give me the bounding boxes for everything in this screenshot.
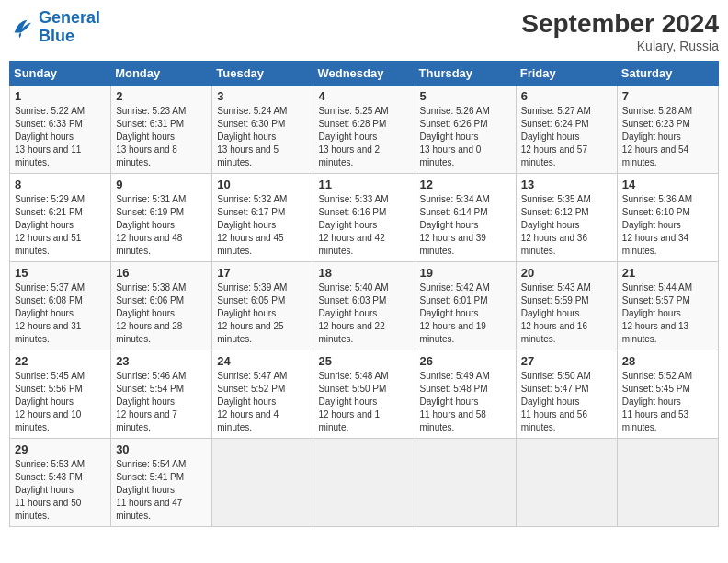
day-number: 9 [116, 178, 207, 191]
day-number: 18 [318, 266, 409, 280]
calendar-cell: 27Sunrise: 5:50 AMSunset: 5:47 PMDayligh… [516, 350, 617, 439]
header-cell-wednesday: Wednesday [313, 62, 415, 86]
cell-content: Sunrise: 5:40 AMSunset: 6:03 PMDaylight … [318, 282, 388, 344]
cell-content: Sunrise: 5:37 AMSunset: 6:08 PMDaylight … [15, 282, 85, 344]
month-title: September 2024 [521, 9, 719, 39]
day-number: 10 [217, 178, 308, 191]
cell-content: Sunrise: 5:38 AMSunset: 6:06 PMDaylight … [116, 282, 186, 344]
cell-content: Sunrise: 5:33 AMSunset: 6:16 PMDaylight … [318, 194, 388, 256]
cell-content: Sunrise: 5:25 AMSunset: 6:28 PMDaylight … [318, 106, 388, 167]
day-number: 26 [420, 354, 511, 368]
day-number: 13 [521, 178, 612, 191]
cell-content: Sunrise: 5:45 AMSunset: 5:56 PMDaylight … [15, 371, 85, 432]
title-block: September 2024 Kulary, Russia [521, 9, 719, 53]
calendar-cell: 19Sunrise: 5:42 AMSunset: 6:01 PMDayligh… [415, 262, 516, 350]
header-cell-thursday: Thursday [415, 62, 516, 86]
calendar-cell: 14Sunrise: 5:36 AMSunset: 6:10 PMDayligh… [617, 174, 718, 262]
location-subtitle: Kulary, Russia [521, 39, 719, 53]
calendar-cell: 16Sunrise: 5:38 AMSunset: 6:06 PMDayligh… [111, 262, 212, 350]
calendar-cell: 28Sunrise: 5:52 AMSunset: 5:45 PMDayligh… [617, 350, 718, 439]
day-number: 20 [521, 266, 612, 280]
logo-text: General Blue [39, 9, 100, 46]
cell-content: Sunrise: 5:27 AMSunset: 6:24 PMDaylight … [521, 106, 591, 167]
page-header: General Blue September 2024 Kulary, Russ… [9, 9, 719, 53]
cell-content: Sunrise: 5:35 AMSunset: 6:12 PMDaylight … [521, 194, 591, 256]
day-number: 5 [420, 89, 511, 103]
header-cell-saturday: Saturday [617, 62, 718, 86]
calendar-cell: 1Sunrise: 5:22 AMSunset: 6:33 PMDaylight… [10, 86, 111, 174]
header-cell-friday: Friday [516, 62, 617, 86]
cell-content: Sunrise: 5:54 AMSunset: 5:41 PMDaylight … [116, 459, 186, 521]
cell-content: Sunrise: 5:49 AMSunset: 5:48 PMDaylight … [420, 371, 490, 432]
cell-content: Sunrise: 5:43 AMSunset: 5:59 PMDaylight … [521, 282, 591, 344]
week-row-4: 22Sunrise: 5:45 AMSunset: 5:56 PMDayligh… [10, 350, 719, 439]
calendar-cell: 11Sunrise: 5:33 AMSunset: 6:16 PMDayligh… [313, 174, 415, 262]
day-number: 19 [420, 266, 511, 280]
calendar-cell: 4Sunrise: 5:25 AMSunset: 6:28 PMDaylight… [313, 86, 415, 174]
day-number: 29 [15, 442, 106, 456]
calendar-cell: 9Sunrise: 5:31 AMSunset: 6:19 PMDaylight… [111, 174, 212, 262]
day-number: 1 [15, 89, 106, 103]
calendar-table: SundayMondayTuesdayWednesdayThursdayFrid… [9, 61, 719, 527]
cell-content: Sunrise: 5:23 AMSunset: 6:31 PMDaylight … [116, 106, 186, 167]
day-number: 6 [521, 89, 612, 103]
week-row-5: 29Sunrise: 5:53 AMSunset: 5:43 PMDayligh… [10, 439, 719, 527]
calendar-cell: 22Sunrise: 5:45 AMSunset: 5:56 PMDayligh… [10, 350, 111, 439]
day-number: 14 [622, 178, 713, 191]
day-number: 8 [15, 178, 106, 191]
header-cell-monday: Monday [111, 62, 212, 86]
day-number: 17 [217, 266, 308, 280]
calendar-cell: 15Sunrise: 5:37 AMSunset: 6:08 PMDayligh… [10, 262, 111, 350]
calendar-cell: 21Sunrise: 5:44 AMSunset: 5:57 PMDayligh… [617, 262, 718, 350]
day-number: 3 [217, 89, 308, 103]
cell-content: Sunrise: 5:44 AMSunset: 5:57 PMDaylight … [622, 282, 692, 344]
cell-content: Sunrise: 5:47 AMSunset: 5:52 PMDaylight … [217, 371, 287, 432]
cell-content: Sunrise: 5:36 AMSunset: 6:10 PMDaylight … [622, 194, 692, 256]
day-number: 4 [318, 89, 409, 103]
day-number: 27 [521, 354, 612, 368]
day-number: 24 [217, 354, 308, 368]
cell-content: Sunrise: 5:34 AMSunset: 6:14 PMDaylight … [420, 194, 490, 256]
cell-content: Sunrise: 5:46 AMSunset: 5:54 PMDaylight … [116, 371, 186, 432]
day-number: 12 [420, 178, 511, 191]
calendar-cell: 17Sunrise: 5:39 AMSunset: 6:05 PMDayligh… [212, 262, 313, 350]
calendar-cell [212, 439, 313, 527]
calendar-cell: 10Sunrise: 5:32 AMSunset: 6:17 PMDayligh… [212, 174, 313, 262]
day-number: 25 [318, 354, 409, 368]
calendar-body: 1Sunrise: 5:22 AMSunset: 6:33 PMDaylight… [10, 86, 719, 527]
cell-content: Sunrise: 5:24 AMSunset: 6:30 PMDaylight … [217, 106, 287, 167]
calendar-cell: 12Sunrise: 5:34 AMSunset: 6:14 PMDayligh… [415, 174, 516, 262]
week-row-1: 1Sunrise: 5:22 AMSunset: 6:33 PMDaylight… [10, 86, 719, 174]
day-number: 23 [116, 354, 207, 368]
header-row: SundayMondayTuesdayWednesdayThursdayFrid… [10, 62, 719, 86]
calendar-cell: 6Sunrise: 5:27 AMSunset: 6:24 PMDaylight… [516, 86, 617, 174]
cell-content: Sunrise: 5:22 AMSunset: 6:33 PMDaylight … [15, 106, 85, 167]
day-number: 28 [622, 354, 713, 368]
calendar-cell [415, 439, 516, 527]
calendar-cell: 20Sunrise: 5:43 AMSunset: 5:59 PMDayligh… [516, 262, 617, 350]
cell-content: Sunrise: 5:48 AMSunset: 5:50 PMDaylight … [318, 371, 388, 432]
calendar-cell: 26Sunrise: 5:49 AMSunset: 5:48 PMDayligh… [415, 350, 516, 439]
day-number: 30 [116, 442, 207, 456]
calendar-cell: 13Sunrise: 5:35 AMSunset: 6:12 PMDayligh… [516, 174, 617, 262]
cell-content: Sunrise: 5:50 AMSunset: 5:47 PMDaylight … [521, 371, 591, 432]
week-row-3: 15Sunrise: 5:37 AMSunset: 6:08 PMDayligh… [10, 262, 719, 350]
day-number: 11 [318, 178, 409, 191]
cell-content: Sunrise: 5:29 AMSunset: 6:21 PMDaylight … [15, 194, 85, 256]
cell-content: Sunrise: 5:28 AMSunset: 6:23 PMDaylight … [622, 106, 692, 167]
logo-icon [9, 15, 35, 40]
day-number: 21 [622, 266, 713, 280]
cell-content: Sunrise: 5:53 AMSunset: 5:43 PMDaylight … [15, 459, 85, 521]
header-cell-sunday: Sunday [10, 62, 111, 86]
day-number: 16 [116, 266, 207, 280]
calendar-cell: 29Sunrise: 5:53 AMSunset: 5:43 PMDayligh… [10, 439, 111, 527]
calendar-cell [617, 439, 718, 527]
calendar-cell: 3Sunrise: 5:24 AMSunset: 6:30 PMDaylight… [212, 86, 313, 174]
cell-content: Sunrise: 5:31 AMSunset: 6:19 PMDaylight … [116, 194, 186, 256]
cell-content: Sunrise: 5:39 AMSunset: 6:05 PMDaylight … [217, 282, 287, 344]
day-number: 7 [622, 89, 713, 103]
week-row-2: 8Sunrise: 5:29 AMSunset: 6:21 PMDaylight… [10, 174, 719, 262]
day-number: 15 [15, 266, 106, 280]
calendar-cell: 5Sunrise: 5:26 AMSunset: 6:26 PMDaylight… [415, 86, 516, 174]
calendar-cell [313, 439, 415, 527]
